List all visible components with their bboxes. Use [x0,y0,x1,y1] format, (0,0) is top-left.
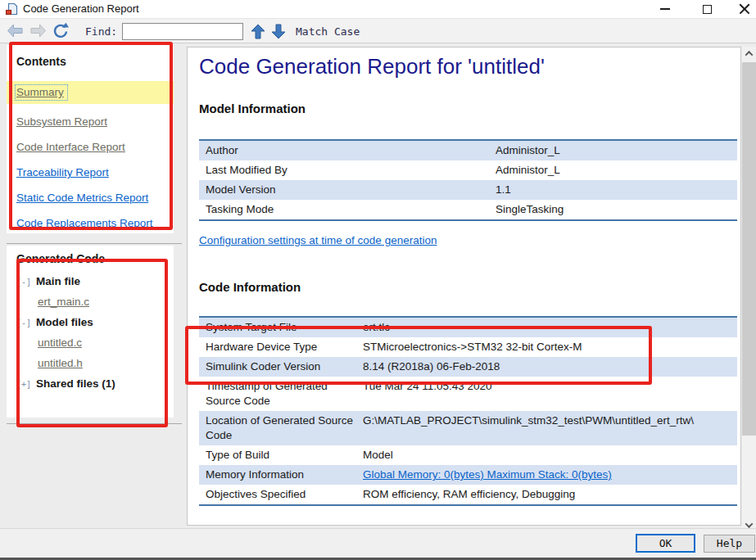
code-generation-report-window: Code Generation Report Find: Match Case [0,0,756,560]
tree-group-shared-files-1: [+]Shared files (1) [16,377,164,390]
row-label: Memory Information [199,465,363,485]
row-value: 1.1 [496,180,518,200]
contents-link-summary[interactable]: Summary [16,86,64,98]
row-label: Hardware Device Type [199,337,363,357]
help-button[interactable]: Help [704,535,755,553]
generated-code-tree: [-]Main fileert_main.c[-]Model filesunti… [16,275,164,390]
row-label: Timestamp of Generated Source Code [199,377,363,411]
row-value: Global Memory: 0(bytes) Maximum Stack: 0… [363,465,618,485]
forward-icon[interactable] [29,24,47,41]
sidebar-divider [7,243,182,244]
tree-group-label: Main file [36,275,80,287]
table-row-model-version: Model Version1.1 [199,180,737,200]
row-value: Administor_L [496,141,567,160]
row-value: Administor_L [496,160,567,180]
close-icon [739,3,750,15]
contents-panel: Contents SummarySubsystem ReportCode Int… [7,45,174,233]
table-row-objectives-specified: Objectives SpecifiedROM efficiency, RAM … [199,485,737,504]
report-title: Code Generation Report for 'untitled' [199,54,545,79]
model-information-table: AuthorAdministor_LLast Modified ByAdmini… [199,139,737,221]
table-row-timestamp-of-generated-source-code: Timestamp of Generated Source CodeTue Ma… [199,377,737,411]
match-case-toggle[interactable]: Match Case [296,25,360,38]
row-label: Location of Generated Source Code [199,411,363,445]
back-icon[interactable] [7,24,24,41]
contents-heading: Contents [16,55,164,68]
row-label: Author [199,141,496,160]
contents-link-static-code-metrics-report[interactable]: Static Code Metrics Report [16,192,148,204]
row-value: ert.tlc [363,318,396,337]
row-value: STMicroelectronics->STM32 32-bit Cortex-… [363,337,588,357]
row-value: G:\MATLAB_PROJECT\simulink_stm32_test\PW… [363,411,700,445]
contents-item-summary: Summary [7,81,174,104]
tree-expander-icon[interactable]: [-] [16,318,31,327]
dialog-footer: OK Help [0,528,756,558]
minimize-button[interactable] [653,0,677,18]
minimize-icon [660,8,670,10]
file-link-untitled-c[interactable]: untitled.c [38,336,82,349]
memory-information-link[interactable]: Global Memory: 0(bytes) Maximum Stack: 0… [363,468,612,481]
file-link-ert-main-c[interactable]: ert_main.c [38,296,89,308]
window-title: Code Generation Report [23,2,139,15]
refresh-icon[interactable] [52,22,70,43]
row-value: 8.14 (R2018a) 06-Feb-2018 [363,357,506,377]
contents-link-code-replacements-report[interactable]: Code Replacements Report [16,217,153,229]
ok-button[interactable]: OK [636,534,695,553]
contents-link-subsystem-report[interactable]: Subsystem Report [16,115,107,128]
configuration-settings-link[interactable]: Configuration settings at time of code g… [199,234,437,246]
row-value: Tue Mar 24 11:05:43 2020 [363,377,499,411]
table-row-last-modified-by: Last Modified ByAdministor_L [199,160,737,180]
tree-group-row: [+]Shared files (1) [16,377,164,390]
table-row-location-of-generated-source-code: Location of Generated Source CodeG:\MATL… [199,411,737,445]
find-toolbar: Find: Match Case [0,18,756,43]
row-value: ROM efficiency, RAM efficiency, Debuggin… [363,485,582,504]
row-value: SingleTasking [496,200,570,219]
scrollbar-thumb[interactable] [742,62,756,436]
table-row-memory-information: Memory InformationGlobal Memory: 0(bytes… [199,465,737,485]
find-next-icon[interactable] [271,24,286,43]
focus-outline: Summary [15,84,68,101]
find-label: Find: [85,25,117,38]
find-previous-icon[interactable] [251,24,265,43]
table-row-system-target-file: System Target Fileert.tlc [199,318,737,337]
contents-list: SummarySubsystem ReportCode Interface Re… [16,81,164,231]
tree-expander-icon[interactable]: [+] [16,380,31,389]
find-input[interactable] [122,23,243,40]
title-bar: Code Generation Report [0,0,756,18]
table-row-tasking-mode: Tasking ModeSingleTasking [199,200,737,219]
contents-item-code-replacements-report: Code Replacements Report [7,215,174,231]
contents-item-subsystem-report: Subsystem Report [7,114,174,129]
scroll-up-button[interactable] [742,47,756,61]
sidebar-divider [7,423,182,424]
code-information-table: System Target Fileert.tlcHardware Device… [199,316,737,506]
vertical-scrollbar[interactable] [742,47,756,532]
tree-group-row: [-]Model files [16,316,164,328]
row-label: System Target File [199,318,363,337]
tree-file-untitled-h: untitled.h [38,357,164,369]
row-value: Model [363,445,400,465]
report-content-panel: Code Generation Report for 'untitled' Mo… [187,47,741,526]
contents-link-code-interface-report[interactable]: Code Interface Report [16,141,125,153]
generated-code-heading: Generated Code [16,252,164,265]
close-button[interactable] [732,0,756,18]
tree-expander-icon[interactable]: [-] [16,278,31,287]
tree-group-label: Model files [36,316,93,328]
contents-link-traceability-report[interactable]: Traceability Report [16,166,109,178]
row-label: Simulink Coder Version [199,357,363,377]
report-app-icon [5,2,18,16]
generated-code-panel: Generated Code [-]Main fileert_main.c[-]… [7,246,174,418]
table-row-simulink-coder-version: Simulink Coder Version8.14 (R2018a) 06-F… [199,357,737,377]
contents-item-code-interface-report: Code Interface Report [7,139,174,155]
contents-item-traceability-report: Traceability Report [7,165,174,180]
table-row-type-of-build: Type of BuildModel [199,445,737,465]
contents-item-static-code-metrics-report: Static Code Metrics Report [7,190,174,205]
table-row-hardware-device-type: Hardware Device TypeSTMicroelectronics->… [199,337,737,357]
maximize-button[interactable] [695,0,719,18]
tree-group-main-file: [-]Main fileert_main.c [16,275,164,308]
tree-group-row: [-]Main file [16,275,164,287]
report-body: Contents SummarySubsystem ReportCode Int… [0,43,756,528]
chevron-up-icon [745,51,754,59]
tree-file-untitled-c: untitled.c [38,336,164,349]
file-link-untitled-h[interactable]: untitled.h [38,357,83,369]
row-label: Type of Build [199,445,363,465]
table-row-author: AuthorAdministor_L [199,141,737,160]
